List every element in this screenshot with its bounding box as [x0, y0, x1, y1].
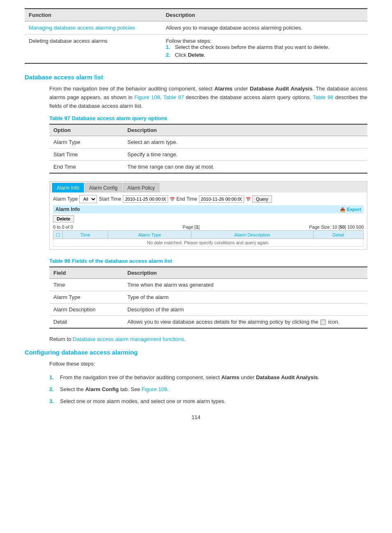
tab-alarm-info[interactable]: Alarm Info [52, 183, 84, 192]
alarm-data-table: ▢ Time Alarm Type Alarm Description Deta… [53, 230, 364, 247]
col-function-header: Function [25, 9, 161, 21]
list-item: 1. Select the check boxes before the ala… [166, 44, 363, 50]
step-2-number: 2. [49, 385, 57, 394]
description-cell: Follow these steps: 1. Select the check … [161, 35, 367, 64]
return-link[interactable]: Database access alarm management functio… [73, 336, 184, 342]
col-checkbox-header: ▢ [53, 231, 63, 239]
table-row: End Time The time range can one day at m… [49, 161, 367, 174]
pagination-center: Page [1] [183, 225, 200, 229]
alarm-info-label: Alarm Info [55, 206, 80, 212]
query-button[interactable]: Query [252, 195, 272, 203]
field-cell: Detail [49, 316, 123, 329]
start-time-calendar-icon[interactable]: 📅 [170, 197, 175, 202]
table-row: Start Time Specify a time range. [49, 148, 367, 161]
description-cell: Specify a time range. [123, 148, 367, 161]
table-row: No date matched. Please specify conditio… [53, 239, 364, 247]
start-time-input[interactable] [123, 195, 168, 203]
pagination-row: 0 to 0 of 0 Page [1] Page Size: 10 [50] … [53, 224, 364, 230]
function-cell: Deleting database access alarms [25, 35, 161, 64]
steps-intro: Follow these steps: [166, 38, 211, 44]
tab-bar: Alarm Info Alarm Config Alarm Policy [50, 181, 367, 192]
table-98-link[interactable]: Table 98 [313, 94, 333, 100]
step-3-number: 3. [49, 397, 57, 406]
section-configuring: Configuring database access alarming Fol… [25, 349, 367, 406]
export-link[interactable]: 📤 Export [340, 207, 361, 212]
table-98: Field Description Time Time when the ala… [49, 266, 367, 329]
end-time-input[interactable] [199, 195, 244, 203]
delete-steps-list: 1. Select the check boxes before the ala… [166, 44, 363, 58]
description-cell: The time range can one day at most. [123, 161, 367, 174]
table-97-title: Table 97 Database access alarm query opt… [49, 115, 367, 121]
field-cell: Alarm Type [49, 291, 123, 304]
page-number: 1 [196, 225, 198, 229]
step-2-text: Select the Alarm Config tab. See Figure … [60, 385, 169, 394]
query-row: Alarm Type All Start Time 📅 End Time 📅 Q… [53, 195, 364, 203]
no-data-message: No date matched. Please specify conditio… [53, 239, 364, 247]
col-desc-header: Description [123, 124, 367, 136]
table-row: Alarm Type Type of the alarm [49, 291, 367, 304]
col-alarm-desc-header: Alarm Description [191, 231, 313, 239]
table-row: Detail Allows you to view database acces… [49, 316, 367, 329]
return-text: Return to [49, 336, 73, 342]
col-desc-header: Description [123, 267, 367, 279]
step-3-text: Select one or more alarm modes, and sele… [60, 397, 226, 406]
col-detail-header: Detail [313, 231, 363, 239]
description-cell: Allows you to manage database access ala… [161, 21, 367, 35]
tab-alarm-policy[interactable]: Alarm Policy [123, 183, 159, 192]
table-row: Time Time when the alarm was generated [49, 279, 367, 291]
ui-mockup: Alarm Info Alarm Config Alarm Policy Ala… [49, 181, 367, 250]
end-time-label: End Time [176, 196, 197, 202]
table-row: Alarm Type Select an alarm type. [49, 136, 367, 148]
alarm-type-label: Alarm Type [53, 196, 78, 202]
ui-body: Alarm Type All Start Time 📅 End Time 📅 Q… [50, 192, 367, 249]
step-1-number: 1. [49, 373, 57, 382]
step-3: 3. Select one or more alarm modes, and s… [49, 397, 367, 406]
tab-alarm-config[interactable]: Alarm Config [85, 183, 122, 192]
step-text: Select the check boxes before the alarms… [175, 44, 330, 50]
section-heading-db-alarm-list: Database access alarm list [25, 74, 367, 81]
list-item: 2. Click Delete. [166, 52, 363, 58]
managing-policies-link[interactable]: Managing database access alarming polici… [29, 25, 135, 31]
table-98-title: Table 98 Fields of the database access a… [49, 258, 367, 264]
function-cell: Managing database access alarming polici… [25, 21, 161, 35]
top-function-table: Function Description Managing database a… [25, 8, 367, 64]
description-cell: Time when the alarm was generated [123, 279, 367, 291]
return-line: Return to Database access alarm manageme… [49, 336, 367, 342]
delete-button[interactable]: Delete [53, 215, 74, 222]
col-alarm-type-header: Alarm Type [108, 231, 191, 239]
grid-icon [321, 320, 326, 325]
description-cell: Type of the alarm [123, 291, 367, 304]
description-cell: Allows you to view database access detai… [123, 316, 367, 329]
col-description-header: Description [161, 9, 367, 21]
col-field-header: Field [49, 267, 123, 279]
col-option-header: Option [49, 124, 123, 136]
delete-row: Delete [53, 215, 364, 222]
field-cell: Time [49, 279, 123, 291]
page-number: 114 [25, 414, 367, 420]
alarm-type-select[interactable]: All [79, 195, 97, 203]
step-1-text: From the navigation tree of the behavior… [60, 373, 319, 382]
table-97-link[interactable]: Table 97 [164, 94, 184, 100]
description-cell: Description of the alarm [123, 304, 367, 316]
figure-109-link[interactable]: Figure 109 [142, 386, 167, 392]
end-time-calendar-icon[interactable]: 📅 [246, 197, 251, 202]
col-time-header: Time [63, 231, 108, 239]
field-cell: Alarm Description [49, 304, 123, 316]
figure-108-link[interactable]: Figure 108 [134, 94, 160, 100]
step-2: 2. Select the Alarm Config tab. See Figu… [49, 385, 367, 394]
table-row: Alarm Description Description of the ala… [49, 304, 367, 316]
option-cell: End Time [49, 161, 123, 174]
description-cell: Select an alarm type. [123, 136, 367, 148]
table-row: Managing database access alarming polici… [25, 21, 367, 35]
pagination-right: Page Size: 10 [50] 100 500 [309, 225, 364, 229]
return-suffix: . [184, 336, 186, 342]
step-text: Click Delete. [175, 52, 205, 58]
table-row: Deleting database access alarms Follow t… [25, 35, 367, 64]
alarm-info-header: Alarm Info 📤 Export [53, 205, 364, 213]
option-cell: Alarm Type [49, 136, 123, 148]
step-number: 2. [166, 52, 172, 58]
section-body-text: From the navigation tree of the behavior… [49, 85, 367, 110]
table-97: Option Description Alarm Type Select an … [49, 124, 367, 174]
configuring-steps: 1. From the navigation tree of the behav… [49, 373, 367, 406]
section-heading-configuring: Configuring database access alarming [25, 349, 367, 356]
